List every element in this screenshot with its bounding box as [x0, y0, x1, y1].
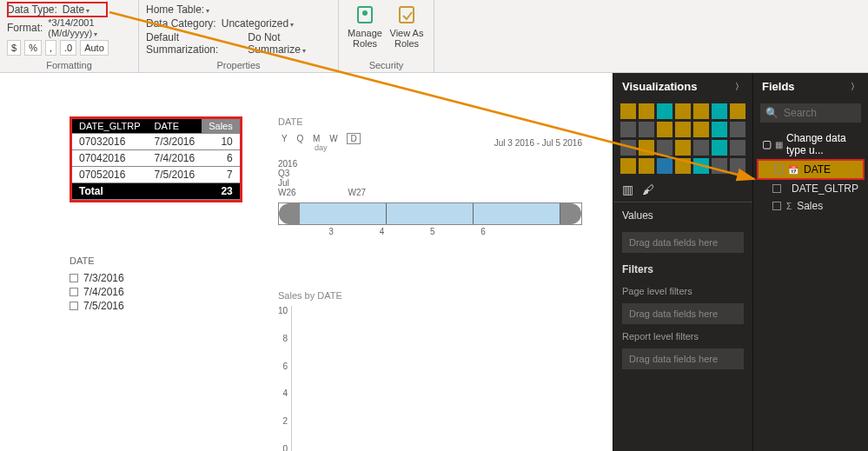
- page-filters-label: Page level filters: [613, 282, 752, 300]
- timeline-bar[interactable]: [278, 202, 582, 225]
- page-filters-well[interactable]: Drag data fields here: [622, 303, 744, 324]
- data-type-dropdown[interactable]: Date: [63, 3, 89, 16]
- chart-plot-area[interactable]: [291, 306, 582, 451]
- viz-type-icon[interactable]: [730, 158, 745, 174]
- viz-type-icon[interactable]: [675, 158, 691, 174]
- col-header[interactable]: Sales: [202, 119, 240, 134]
- viz-type-icon[interactable]: [675, 103, 691, 119]
- viz-type-icon[interactable]: [657, 122, 673, 137]
- fields-tree[interactable]: ▢▦Change data type u... 📅DATE DATE_GLTRP…: [753, 126, 868, 218]
- percent-btn[interactable]: %: [24, 40, 42, 56]
- manage-roles-button[interactable]: Manage Roles: [346, 3, 384, 49]
- fields-search[interactable]: 🔍: [760, 103, 861, 123]
- field-date[interactable]: 📅DATE: [757, 159, 865, 180]
- viz-type-icon[interactable]: [712, 140, 727, 156]
- fields-panel[interactable]: Fields〉 🔍 ▢▦Change data type u... 📅DATE …: [752, 73, 868, 451]
- slicer-option[interactable]: 7/4/2016: [70, 285, 191, 299]
- timeline-granularity[interactable]: Y Q M W D day: [278, 134, 364, 152]
- currency-btn[interactable]: $: [7, 40, 21, 56]
- viz-type-icon[interactable]: [693, 158, 709, 174]
- viz-type-icon[interactable]: [620, 122, 636, 137]
- data-type-label: Data Type:: [7, 3, 57, 16]
- viz-gallery[interactable]: [613, 100, 752, 177]
- checkbox-icon[interactable]: [70, 288, 78, 296]
- timeline-segment[interactable]: [387, 203, 474, 224]
- properties-group-label: Properties: [146, 60, 331, 70]
- viz-type-icon[interactable]: [657, 158, 673, 174]
- viz-type-icon[interactable]: [620, 140, 636, 156]
- slicer-option[interactable]: 7/5/2016: [70, 299, 191, 313]
- timeline-handle-right[interactable]: [560, 203, 581, 224]
- search-input[interactable]: [784, 107, 856, 119]
- report-filters-label: Report level filters: [613, 328, 752, 345]
- viz-type-icon[interactable]: [693, 103, 709, 119]
- chevron-right-icon[interactable]: 〉: [851, 81, 859, 93]
- viz-type-icon[interactable]: [730, 122, 745, 137]
- chevron-right-icon[interactable]: 〉: [735, 81, 744, 93]
- format-mode-icon[interactable]: 🖌: [642, 182, 654, 196]
- viz-type-icon[interactable]: [712, 103, 727, 119]
- viz-type-icon[interactable]: [639, 122, 654, 137]
- report-filters-well[interactable]: Drag data fields here: [622, 348, 744, 369]
- viz-type-icon[interactable]: [693, 140, 709, 156]
- field-date-gltrp[interactable]: DATE_GLTRP: [757, 180, 865, 197]
- fields-mode-icon[interactable]: ▥: [622, 182, 633, 196]
- values-field-well[interactable]: Drag data fields here: [622, 232, 744, 253]
- format-dropdown[interactable]: *3/14/2001 (M/d/yyyy): [48, 17, 131, 38]
- slicer-visual[interactable]: DATE 7/3/2016 7/4/2016 7/5/2016: [70, 255, 191, 313]
- viz-type-icon[interactable]: [730, 140, 745, 156]
- table-icon: ▦: [775, 140, 783, 149]
- viz-mode-bar[interactable]: ▥ 🖌: [613, 177, 752, 202]
- viz-type-icon[interactable]: [693, 122, 709, 137]
- timeline-title: DATE: [278, 116, 582, 127]
- table-row[interactable]: 070520167/5/20167: [72, 167, 240, 183]
- table-row[interactable]: 070320167/3/201610: [72, 134, 240, 150]
- col-header[interactable]: DATE: [148, 119, 202, 134]
- table-visual[interactable]: DATE_GLTRP DATE Sales 070320167/3/201610…: [70, 116, 242, 202]
- checkbox-icon[interactable]: [772, 184, 781, 193]
- formatting-group-label: Formatting: [7, 60, 131, 70]
- timeline-segment[interactable]: [300, 203, 387, 224]
- col-header[interactable]: DATE_GLTRP: [72, 119, 148, 134]
- panel-title: Fields: [762, 80, 795, 93]
- timeline-handle-left[interactable]: [279, 203, 300, 224]
- chart-title: Sales by DATE: [278, 290, 582, 301]
- comma-btn[interactable]: ,: [45, 40, 56, 56]
- summarization-dropdown[interactable]: Do Not Summarize: [248, 31, 331, 56]
- viz-type-icon[interactable]: [620, 158, 636, 174]
- viz-type-icon[interactable]: [675, 122, 691, 137]
- timeline-segment[interactable]: [474, 203, 560, 224]
- viz-type-icon[interactable]: [639, 140, 654, 156]
- home-table-dropdown[interactable]: Home Table:: [146, 3, 209, 16]
- filters-section-label: Filters: [613, 256, 752, 282]
- slicer-option[interactable]: 7/3/2016: [70, 271, 191, 285]
- viz-type-icon[interactable]: [639, 158, 654, 174]
- viz-type-icon[interactable]: [657, 103, 673, 119]
- data-category-dropdown[interactable]: Uncategorized: [222, 17, 294, 30]
- viz-type-icon[interactable]: [712, 122, 727, 137]
- collapse-icon[interactable]: ▢: [762, 138, 772, 150]
- viz-type-icon[interactable]: [639, 103, 654, 119]
- decimals-btn[interactable]: .0: [60, 40, 76, 56]
- visualizations-panel[interactable]: Visualizations〉 ▥ 🖌 Values Drag data fie…: [613, 73, 752, 451]
- checkbox-icon[interactable]: [70, 274, 78, 282]
- checkbox-icon[interactable]: [70, 302, 78, 310]
- timeline-visual[interactable]: DATE Y Q M W D day Jul 3 2016 - Jul 5 20…: [278, 116, 582, 236]
- table-row[interactable]: 070420167/4/20166: [72, 150, 240, 167]
- report-canvas[interactable]: DATE_GLTRP DATE Sales 070320167/3/201610…: [0, 73, 613, 451]
- viz-type-icon[interactable]: [675, 140, 691, 156]
- viz-type-icon[interactable]: [620, 103, 636, 119]
- table-node[interactable]: ▢▦Change data type u...: [757, 129, 865, 159]
- viz-type-icon[interactable]: [730, 103, 745, 119]
- bar-chart-visual[interactable]: Sales by DATE 1086420 Jul 03, 12AMJul 03…: [278, 290, 582, 451]
- field-sales[interactable]: ΣSales: [757, 197, 865, 215]
- summarization-label: Default Summarization:: [146, 31, 242, 56]
- viz-type-icon[interactable]: [712, 158, 727, 174]
- values-section-label: Values: [613, 202, 752, 229]
- checkbox-icon[interactable]: [772, 202, 781, 210]
- checkbox-icon[interactable]: [774, 165, 783, 174]
- auto-btn[interactable]: Auto: [80, 40, 109, 56]
- format-label: Format:: [7, 22, 43, 34]
- view-as-roles-button[interactable]: View As Roles: [388, 3, 426, 49]
- viz-type-icon[interactable]: [657, 140, 673, 156]
